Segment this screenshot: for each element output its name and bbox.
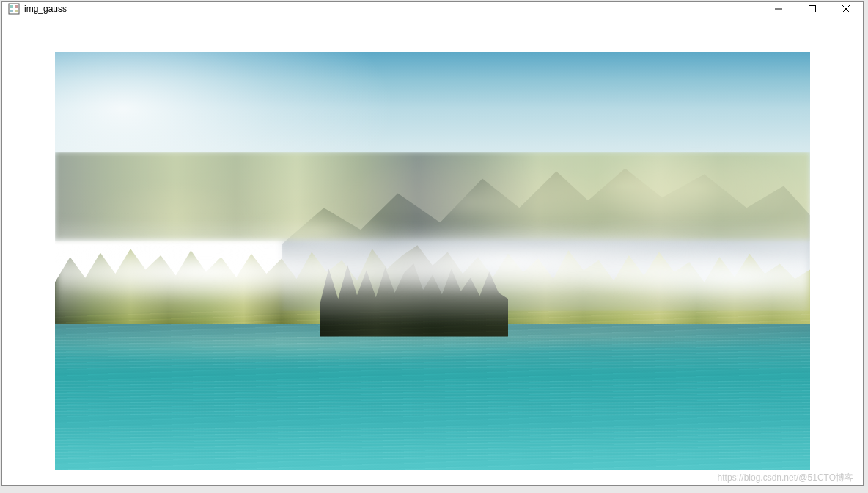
window-title: img_gauss xyxy=(24,4,67,14)
app-icon xyxy=(8,3,20,15)
svg-rect-3 xyxy=(10,10,13,12)
svg-rect-4 xyxy=(15,10,18,12)
maximize-button[interactable] xyxy=(795,2,829,15)
water-ripples xyxy=(55,311,810,470)
minimize-button[interactable] xyxy=(762,2,795,15)
watermark-text: https://blog.csdn.net/@51CTO博客 xyxy=(718,472,853,484)
svg-rect-2 xyxy=(15,5,18,8)
app-window: img_gauss xyxy=(1,1,864,486)
svg-rect-1 xyxy=(10,5,13,8)
fog-region xyxy=(55,219,810,324)
window-controls xyxy=(762,2,863,15)
close-button[interactable] xyxy=(829,2,863,15)
content-area xyxy=(2,15,863,485)
displayed-image xyxy=(55,52,810,470)
titlebar[interactable]: img_gauss xyxy=(2,2,863,15)
svg-rect-6 xyxy=(809,5,816,12)
